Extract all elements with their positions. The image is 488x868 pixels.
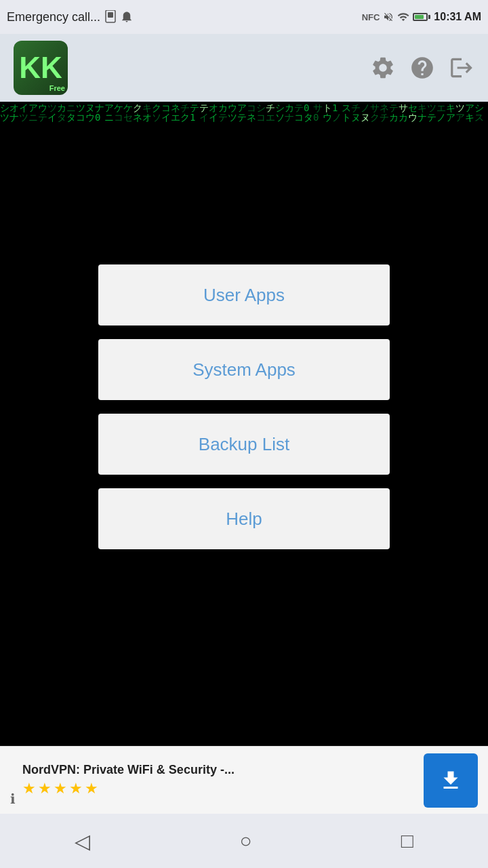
app-logo-letter: K	[41, 51, 62, 85]
svg-rect-1	[108, 12, 113, 18]
system-apps-button[interactable]: System Apps	[98, 339, 390, 400]
star-4: ★	[69, 780, 83, 797]
help-icon[interactable]	[409, 55, 435, 81]
notification-icon	[121, 10, 133, 24]
app-logo-free-label: Free	[49, 84, 65, 92]
ad-title: NordVPN: Private WiFi & Security -...	[22, 763, 417, 777]
status-time: 10:31 AM	[434, 11, 481, 23]
status-bar-left: Emergency call...	[7, 10, 133, 24]
settings-icon[interactable]	[370, 55, 396, 81]
star-3: ★	[54, 780, 67, 797]
home-button[interactable]: ○	[239, 829, 251, 852]
sim-icon	[104, 10, 117, 24]
ad-text-area: NordVPN: Private WiFi & Security -... ★ …	[22, 763, 417, 797]
app-logo: K Free	[14, 41, 68, 95]
nfc-icon: NFC	[362, 12, 380, 22]
battery-icon	[413, 13, 430, 21]
ad-info-icon: ℹ	[10, 791, 16, 807]
download-icon	[439, 768, 463, 793]
ad-stars: ★ ★ ★ ★ ★	[22, 780, 417, 797]
app-header: K Free	[0, 34, 488, 102]
status-bar-title: Emergency call...	[7, 10, 100, 24]
recents-button[interactable]: □	[401, 829, 413, 852]
star-2: ★	[38, 780, 52, 797]
star-5-half: ★	[85, 780, 98, 797]
status-bar: Emergency call... NFC 10:31 AM	[0, 0, 488, 34]
back-button[interactable]: ◁	[75, 829, 90, 853]
status-bar-icons: NFC 10:31 AM	[362, 11, 481, 23]
star-1: ★	[22, 780, 36, 797]
help-button[interactable]: Help	[98, 488, 390, 549]
nav-bar: ◁ ○ □	[0, 814, 488, 868]
ad-download-button[interactable]	[424, 753, 478, 808]
header-actions	[370, 55, 474, 81]
mute-icon	[383, 11, 394, 23]
backup-list-button[interactable]: Backup List	[98, 414, 390, 475]
exit-icon[interactable]	[449, 55, 474, 81]
user-apps-button[interactable]: User Apps	[98, 264, 390, 326]
content-area: User Apps System Apps Backup List Help	[0, 102, 488, 712]
ad-banner: ℹ NordVPN: Private WiFi & Security -... …	[0, 746, 488, 814]
wifi-icon	[397, 11, 409, 23]
